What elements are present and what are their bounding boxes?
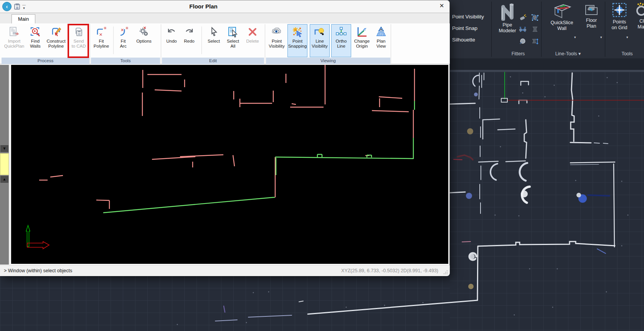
- viewing-group-band: Viewing: [266, 58, 390, 64]
- plan-view-button[interactable]: PlanView: [373, 24, 390, 57]
- fitter-beam-icon[interactable]: [531, 25, 539, 33]
- redo-button[interactable]: Redo: [181, 24, 197, 57]
- import-quickplan-button[interactable]: ImportQuickPlan: [2, 24, 26, 57]
- pipe-modeler-label-2: Modeler: [499, 28, 516, 33]
- quickslice-dropdown-caret[interactable]: ▾: [574, 35, 576, 39]
- svg-text:✕: ✕: [99, 32, 102, 37]
- clash-marker-label-2: Mar: [637, 24, 644, 30]
- fit-arc-icon: ✳ ✕: [117, 26, 129, 38]
- scroll-up-button[interactable]: ▲: [0, 176, 8, 183]
- point-snapping-button[interactable]: PointSnapping: [287, 24, 307, 57]
- floor-plan-label-2: Plan: [586, 23, 596, 29]
- cad-viewport-bottom[interactable]: [0, 276, 450, 331]
- select-all-button[interactable]: SelectAll: [223, 24, 243, 57]
- pipe-modeler-label-1: Pipe: [502, 22, 512, 28]
- construct-polyline-button[interactable]: ConstructPolyline: [44, 24, 68, 57]
- delete-button[interactable]: Delete: [243, 24, 262, 57]
- select-icon: [208, 26, 220, 38]
- group-tools: ✳ ✕ FitPolyline ✳ ✕ FitArc ✕: [91, 23, 160, 64]
- tools-group-label: Tools: [616, 51, 639, 56]
- fit-polyline-button[interactable]: ✳ ✕ FitPolyline: [92, 24, 111, 57]
- close-button[interactable]: ✕: [437, 2, 447, 11]
- undo-button[interactable]: Undo: [163, 24, 180, 57]
- select-button[interactable]: Select: [205, 24, 223, 57]
- point-snapping-icon: [292, 26, 303, 38]
- tab-main[interactable]: Main: [12, 14, 35, 24]
- resize-grip[interactable]: [443, 270, 448, 275]
- points-on-grid-label-2: on Grid: [612, 25, 627, 30]
- svg-text:✳: ✳: [125, 26, 129, 30]
- points-on-grid-button[interactable]: Points on Grid: [608, 2, 631, 31]
- group-divider: [541, 2, 542, 57]
- svg-text:✕: ✕: [121, 28, 124, 32]
- floor-plan-icon: [584, 2, 599, 16]
- options-button[interactable]: ✕ Options: [133, 24, 155, 57]
- line-tools-group-label[interactable]: Line-Tools ▾: [549, 51, 587, 56]
- floorplan-drawing: [11, 65, 448, 264]
- fitter-beam-height-icon[interactable]: [531, 38, 539, 45]
- quickslice-label-1: QuickSlice: [550, 20, 573, 25]
- pipe-modeler-button[interactable]: Pipe Modeler: [492, 2, 523, 34]
- tools-group-band: Tools: [91, 58, 160, 64]
- fitter-spray-icon[interactable]: [519, 14, 527, 22]
- line-visibility-button[interactable]: LineVisibility: [310, 24, 330, 57]
- status-prompt: > Window (within) select objects: [4, 268, 72, 273]
- quickslice-label-2: Wall: [557, 26, 566, 31]
- clash-marker-label-1: Cl: [639, 18, 644, 24]
- clash-marker-button-partial[interactable]: Cl Mar: [634, 2, 644, 30]
- import-quickplan-icon: [8, 26, 20, 38]
- ortho-line-button[interactable]: OrthoLine: [331, 24, 351, 57]
- floor-plan-button[interactable]: Floor Plan: [580, 2, 603, 29]
- select-all-icon: [227, 26, 239, 38]
- menu-silhouette[interactable]: Silhouette: [452, 37, 475, 43]
- send-to-cad-button[interactable]: Sendto CAD: [69, 24, 88, 57]
- app-ribbon: Point Visibility Point Snap Silhouette P…: [445, 0, 644, 58]
- dialog-left-scrollbar: ▼ ▲: [0, 65, 10, 265]
- ribbon-divider: [265, 24, 265, 63]
- ribbon-tab-row: Main: [0, 13, 449, 23]
- edit-group-band: Edit: [162, 58, 264, 64]
- point-visibility-icon: [271, 26, 282, 38]
- scroll-down-button[interactable]: ▼: [0, 145, 8, 152]
- redo-icon: [183, 26, 195, 38]
- point-visibility-button[interactable]: PointVisibility: [267, 24, 287, 57]
- menu-point-visibility[interactable]: Point Visibility: [452, 14, 484, 20]
- quickslice-wall-button[interactable]: QuickSlice Wall: [544, 2, 580, 31]
- group-edit: Undo Redo Select: [162, 23, 264, 64]
- find-walls-button[interactable]: FindWalls: [27, 24, 44, 57]
- change-origin-button[interactable]: ChangeOrigin: [352, 24, 372, 57]
- group-process: ImportQuickPlan FindWalls ConstructPolyl…: [2, 23, 89, 64]
- send-to-cad-icon: [73, 26, 84, 38]
- menu-point-snap[interactable]: Point Snap: [452, 25, 477, 31]
- svg-text:✳: ✳: [103, 26, 107, 30]
- ribbon-divider: [161, 24, 161, 63]
- points-on-grid-dropdown-caret[interactable]: ▾: [626, 35, 628, 39]
- options-icon: ✕: [138, 26, 150, 38]
- fitter-valve-icon[interactable]: [519, 25, 527, 33]
- fitter-inspect-icon[interactable]: [519, 38, 527, 45]
- change-origin-icon: [356, 26, 368, 38]
- fit-polyline-icon: ✳ ✕: [96, 26, 107, 38]
- group-viewing: PointVisibility PointSnapping Li: [266, 23, 390, 64]
- fit-arc-button[interactable]: ✳ ✕ FitArc: [115, 24, 132, 57]
- quickslice-wall-icon: [552, 2, 572, 18]
- pipe-icon: [499, 2, 516, 21]
- points-on-grid-label-1: Points: [613, 19, 626, 25]
- floor-plan-dropdown-caret[interactable]: ▾: [600, 35, 602, 39]
- line-tools-label-text: Line-Tools: [555, 51, 577, 56]
- delete-icon: [247, 26, 258, 38]
- group-divider: [491, 2, 492, 57]
- fitter-flange-pattern-icon[interactable]: [531, 14, 539, 22]
- floorplan-canvas[interactable]: [11, 65, 448, 264]
- cad-viewport-right[interactable]: [445, 72, 644, 331]
- ortho-line-icon: [335, 26, 347, 38]
- dialog-statusbar: > Window (within) select objects XYZ(25.…: [0, 265, 450, 276]
- fitters-group-label: Fitters: [503, 51, 533, 56]
- ribbon-divider: [90, 24, 90, 63]
- process-group-band: Process: [2, 58, 89, 64]
- dialog-titlebar: ‹ —▾ Floor Plan ✕: [0, 0, 449, 13]
- ribbon-mini-divider: [201, 26, 202, 54]
- points-on-grid-icon: [612, 2, 627, 18]
- scroll-thumb[interactable]: [0, 153, 9, 175]
- clash-marker-icon: [635, 2, 644, 17]
